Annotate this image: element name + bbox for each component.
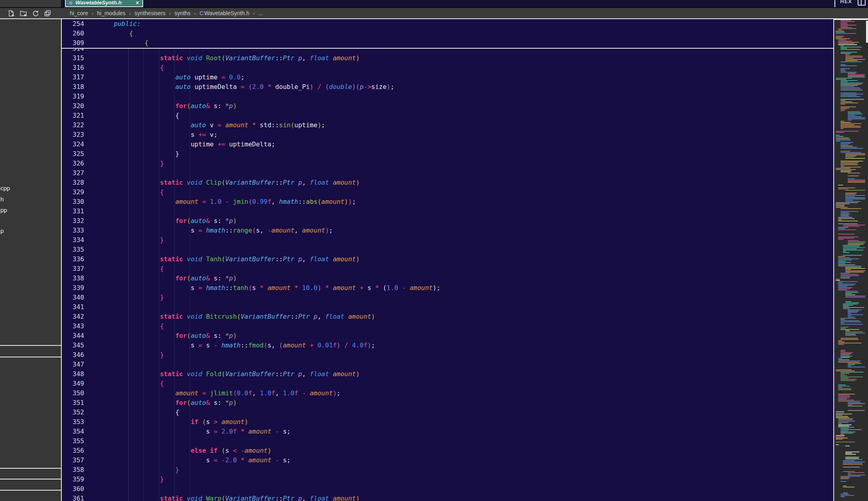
breadcrumb-item[interactable]: synthesisers [134, 10, 165, 16]
line-number[interactable]: 352 [62, 408, 87, 417]
line-number[interactable]: 335 [62, 245, 87, 254]
line-number[interactable]: 331 [62, 207, 87, 216]
code-text[interactable]: public: [87, 19, 141, 29]
code-text[interactable] [87, 92, 98, 101]
code-row[interactable]: 335 [62, 245, 833, 254]
code-row[interactable]: 333 s = hmath::range(s, -amount, amount)… [62, 226, 833, 235]
line-number[interactable]: 357 [62, 456, 87, 465]
code-text[interactable] [87, 484, 98, 494]
line-number[interactable]: 354 [62, 427, 87, 436]
line-number[interactable]: 355 [62, 436, 87, 446]
code-row[interactable]: 358 } [62, 465, 833, 475]
line-number[interactable]: 319 [62, 92, 87, 101]
code-text[interactable]: s = hmath::range(s, -amount, amount); [87, 226, 333, 235]
code-text[interactable] [87, 168, 98, 178]
code-row[interactable]: 353 if (s > amount) [62, 417, 833, 427]
code-row[interactable]: 326 } [62, 159, 833, 168]
code-row[interactable]: 327 [62, 168, 833, 178]
code-row[interactable]: 314 [62, 49, 833, 53]
code-editor[interactable]: 254 public:260 {309 { 314315 static void… [62, 19, 833, 501]
line-number[interactable]: 326 [62, 159, 87, 168]
line-number[interactable]: 314 [62, 49, 87, 53]
breadcrumb-item[interactable]: ... [258, 10, 263, 16]
code-row[interactable]: 322 auto v = amount * std::sin(uptime); [62, 120, 833, 130]
code-text[interactable]: else if (s < -amount) [87, 446, 272, 456]
code-text[interactable]: { [87, 379, 164, 389]
code-row[interactable]: 340 } [62, 293, 833, 302]
code-row[interactable]: 348 static void Fold(VariantBuffer::Ptr … [62, 369, 833, 379]
breadcrumb-item[interactable]: synths [174, 10, 190, 16]
line-number[interactable]: 358 [62, 465, 87, 475]
code-row[interactable]: 328 static void Clip(VariantBuffer::Ptr … [62, 178, 833, 187]
code-text[interactable] [87, 49, 98, 53]
line-number[interactable]: 315 [62, 53, 87, 63]
code-text[interactable]: } [87, 293, 164, 302]
code-row[interactable]: 318 auto uptimeDelta = (2.0 * double_Pi)… [62, 82, 833, 92]
code-row[interactable]: 324 uptime += uptimeDelta; [62, 140, 833, 149]
code-text[interactable]: for(auto& s: *p) [87, 101, 237, 111]
code-row[interactable]: 260 { [62, 29, 833, 38]
code-row[interactable]: 354 s = 2.0f * amount - s; [62, 427, 833, 436]
line-number[interactable]: 254 [62, 19, 87, 29]
new-folder-icon[interactable] [20, 10, 27, 17]
minimap-scrollbar-thumb[interactable] [866, 21, 868, 43]
code-text[interactable]: static void Warp(VariantBuffer::Ptr p, f… [87, 494, 360, 501]
line-number[interactable]: 353 [62, 417, 87, 427]
line-number[interactable]: 320 [62, 101, 87, 111]
code-row[interactable]: 320 for(auto& s: *p) [62, 101, 833, 111]
code-text[interactable]: auto uptimeDelta = (2.0 * double_Pi) / (… [87, 82, 394, 92]
code-row[interactable]: 332 for(auto& s: *p) [62, 216, 833, 226]
code-text[interactable]: } [87, 159, 164, 168]
line-number[interactable]: 334 [62, 235, 87, 245]
code-row[interactable]: 317 auto uptime = 0.0; [62, 73, 833, 82]
line-number[interactable]: 329 [62, 187, 87, 197]
code-row[interactable]: 347 [62, 360, 833, 369]
code-row[interactable]: 351 for(auto& s: *p) [62, 398, 833, 408]
code-row[interactable]: 360 [62, 484, 833, 494]
code-text[interactable]: s = -2.0 * amount - s; [87, 456, 291, 465]
line-number[interactable]: 345 [62, 341, 87, 350]
code-text[interactable]: auto uptime = 0.0; [87, 73, 244, 82]
line-number[interactable]: 351 [62, 398, 87, 408]
code-text[interactable]: } [87, 235, 164, 245]
line-number[interactable]: 347 [62, 360, 87, 369]
code-text[interactable]: static void Tanh(VariantBuffer::Ptr p, f… [87, 254, 360, 264]
code-row[interactable]: 361 static void Warp(VariantBuffer::Ptr … [62, 494, 833, 501]
code-row[interactable]: 359 } [62, 475, 833, 484]
tab-close-icon[interactable]: × [136, 0, 139, 6]
line-number[interactable]: 340 [62, 293, 87, 302]
line-number[interactable]: 309 [62, 38, 87, 48]
code-row[interactable]: 350 amount = jlimit(0.0f, 1.0f, 1.0f - a… [62, 389, 833, 398]
line-number[interactable]: 318 [62, 82, 87, 92]
breadcrumb-item[interactable]: hi_core [70, 10, 88, 16]
line-number[interactable]: 361 [62, 494, 87, 501]
breadcrumb-item[interactable]: hi_modules [97, 10, 126, 16]
code-row[interactable]: 341 [62, 302, 833, 312]
code-row[interactable]: 334 } [62, 235, 833, 245]
code-text[interactable]: static void Bitcrush(VariantBuffer::Ptr … [87, 312, 375, 322]
line-number[interactable]: 338 [62, 274, 87, 283]
code-row[interactable]: 336 static void Tanh(VariantBuffer::Ptr … [62, 254, 833, 264]
code-lines[interactable]: 314315 static void Root(VariantBuffer::P… [62, 49, 833, 501]
line-number[interactable]: 333 [62, 226, 87, 235]
line-number[interactable]: 332 [62, 216, 87, 226]
code-text[interactable]: s = hmath::tanh(s * amount * 10.0) * amo… [87, 283, 441, 293]
line-number[interactable]: 321 [62, 111, 87, 120]
code-text[interactable]: } [87, 475, 164, 484]
code-text[interactable]: for(auto& s: *p) [87, 274, 237, 283]
line-number[interactable]: 316 [62, 63, 87, 73]
tree-file-label[interactable]: cpp [0, 185, 10, 191]
code-row[interactable]: 309 { [62, 38, 833, 48]
line-number[interactable]: 350 [62, 389, 87, 398]
line-number[interactable]: 342 [62, 312, 87, 322]
line-number[interactable]: 360 [62, 484, 87, 494]
line-number[interactable]: 359 [62, 475, 87, 484]
line-number[interactable]: 328 [62, 178, 87, 187]
code-text[interactable]: static void Fold(VariantBuffer::Ptr p, f… [87, 369, 360, 379]
code-text[interactable]: static void Root(VariantBuffer::Ptr p, f… [87, 53, 360, 63]
line-number[interactable]: 325 [62, 149, 87, 159]
editor-tab-wavetablesynth[interactable]: WavetableSynth.h × [65, 0, 143, 7]
line-number[interactable]: 336 [62, 254, 87, 264]
code-row[interactable]: 254 public: [62, 19, 833, 29]
code-text[interactable]: } [87, 350, 164, 360]
